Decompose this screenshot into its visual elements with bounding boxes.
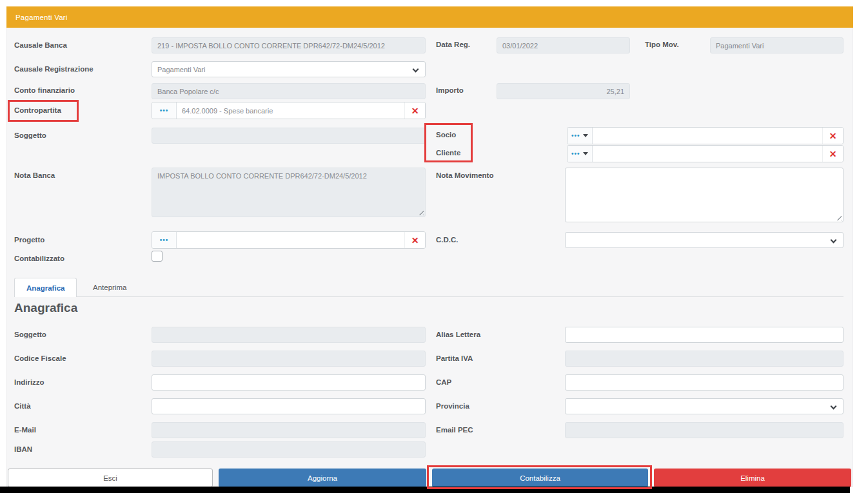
anagrafica-soggetto-label: Soggetto bbox=[14, 331, 46, 338]
cliente-lookup-button[interactable]: ••• bbox=[567, 146, 593, 162]
soggetto-label: Soggetto bbox=[14, 131, 46, 139]
email-field bbox=[152, 422, 426, 438]
cliente-label: Cliente bbox=[436, 149, 460, 157]
indirizzo-field[interactable] bbox=[152, 374, 426, 391]
tab-anteprima[interactable]: Anteprima bbox=[84, 278, 135, 297]
lookup-dots-icon: ••• bbox=[160, 237, 169, 244]
codice-fiscale-field bbox=[152, 351, 426, 367]
resize-handle-icon[interactable] bbox=[835, 214, 842, 220]
chevron-down-icon bbox=[831, 237, 837, 244]
nota-banca-text: IMPOSTA BOLLO CONTO CORRENTE DPR642/72-D… bbox=[157, 172, 367, 180]
lookup-dots-icon: ••• bbox=[571, 150, 580, 157]
nota-banca-label: Nota Banca bbox=[14, 171, 55, 179]
nota-movimento-textarea[interactable] bbox=[565, 168, 843, 222]
socio-label: Socio bbox=[436, 131, 456, 139]
cliente-input[interactable] bbox=[593, 146, 822, 162]
causale-registrazione-label: Causale Registrazione bbox=[14, 65, 94, 73]
aggiorna-button[interactable]: Aggiorna bbox=[219, 469, 426, 487]
cdc-label: C.D.C. bbox=[436, 236, 459, 244]
causale-registrazione-select[interactable]: Pagamenti Vari bbox=[152, 61, 426, 77]
citta-label: Città bbox=[14, 402, 31, 410]
progetto-input[interactable] bbox=[177, 232, 404, 248]
conto-finanziario-field bbox=[152, 83, 426, 99]
clear-x-icon: ✕ bbox=[411, 235, 419, 246]
contabilizzato-label: Contabilizzato bbox=[14, 255, 64, 262]
resize-handle-icon[interactable] bbox=[417, 209, 424, 215]
tab-anagrafica[interactable]: Anagrafica bbox=[14, 278, 77, 297]
window-titlebar: Pagamenti Vari bbox=[6, 6, 853, 28]
indirizzo-label: Indirizzo bbox=[14, 378, 44, 386]
tabs-divider bbox=[14, 296, 843, 297]
socio-lookup-button[interactable]: ••• bbox=[567, 128, 593, 144]
contropartita-label: Contropartita bbox=[14, 106, 61, 114]
contabilizza-button[interactable]: Contabilizza bbox=[432, 469, 648, 487]
alias-lettera-label: Alias Lettera bbox=[436, 331, 480, 338]
causale-registrazione-value: Pagamenti Vari bbox=[157, 66, 205, 73]
caret-down-icon bbox=[583, 152, 588, 155]
partita-iva-field bbox=[565, 351, 843, 367]
section-title: Anagrafica bbox=[14, 301, 77, 315]
chevron-down-icon bbox=[831, 403, 837, 410]
soggetto-field bbox=[152, 128, 426, 144]
conto-finanziario-label: Conto finanziario bbox=[14, 86, 75, 94]
caret-down-icon bbox=[583, 134, 588, 137]
importo-label: Importo bbox=[436, 86, 464, 94]
contropartita-input[interactable] bbox=[177, 102, 404, 119]
elimina-button[interactable]: Elimina bbox=[654, 469, 851, 487]
page-title: Pagamenti Vari bbox=[15, 14, 68, 21]
provincia-label: Provincia bbox=[436, 402, 469, 410]
clear-x-icon: ✕ bbox=[829, 131, 837, 141]
contropartita-group: ••• ✕ bbox=[152, 102, 426, 119]
progetto-clear-button[interactable]: ✕ bbox=[404, 232, 425, 248]
cdc-select[interactable] bbox=[565, 232, 843, 248]
lookup-dots-icon: ••• bbox=[160, 107, 169, 114]
clear-x-icon: ✕ bbox=[411, 106, 419, 116]
lookup-dots-icon: ••• bbox=[571, 132, 580, 139]
alias-lettera-field[interactable] bbox=[565, 327, 843, 343]
cliente-group: ••• ✕ bbox=[567, 145, 843, 162]
clear-x-icon: ✕ bbox=[829, 149, 837, 159]
importo-field bbox=[497, 83, 630, 99]
socio-input[interactable] bbox=[593, 128, 822, 144]
partita-iva-label: Partita IVA bbox=[436, 354, 473, 362]
esci-button[interactable]: Esci bbox=[8, 469, 213, 487]
cliente-clear-button[interactable]: ✕ bbox=[822, 146, 843, 162]
anagrafica-soggetto-field bbox=[152, 327, 426, 343]
progetto-label: Progetto bbox=[14, 236, 44, 244]
contropartita-clear-button[interactable]: ✕ bbox=[404, 102, 425, 119]
data-reg-label: Data Reg. bbox=[436, 41, 470, 48]
cap-label: CAP bbox=[436, 378, 451, 386]
causale-banca-field bbox=[152, 37, 426, 53]
email-pec-field bbox=[565, 422, 843, 438]
progetto-group: ••• ✕ bbox=[152, 231, 426, 249]
tipo-mov-field bbox=[710, 37, 843, 53]
codice-fiscale-label: Codice Fiscale bbox=[14, 354, 66, 362]
email-label: E-Mail bbox=[14, 426, 36, 434]
tipo-mov-label: Tipo Mov. bbox=[645, 41, 679, 48]
chevron-down-icon bbox=[413, 66, 419, 73]
data-reg-field bbox=[497, 37, 630, 53]
bottom-black-bar bbox=[0, 487, 850, 493]
tab-anteprima-label: Anteprima bbox=[93, 284, 126, 291]
provincia-select[interactable] bbox=[565, 398, 843, 414]
cap-field[interactable] bbox=[565, 374, 843, 391]
contropartita-lookup-button[interactable]: ••• bbox=[152, 102, 177, 119]
email-pec-label: Email PEC bbox=[436, 426, 473, 434]
contabilizzato-checkbox[interactable] bbox=[152, 251, 163, 262]
nota-movimento-label: Nota Movimento bbox=[436, 171, 493, 179]
socio-group: ••• ✕ bbox=[567, 127, 843, 144]
progetto-lookup-button[interactable]: ••• bbox=[152, 232, 177, 248]
pagamenti-vari-window: Pagamenti Vari Causale Banca Data Reg. T… bbox=[0, 0, 868, 493]
iban-label: IBAN bbox=[14, 445, 32, 453]
citta-field[interactable] bbox=[152, 398, 426, 414]
nota-banca-textarea: IMPOSTA BOLLO CONTO CORRENTE DPR642/72-D… bbox=[152, 168, 426, 217]
iban-field bbox=[152, 441, 426, 458]
socio-clear-button[interactable]: ✕ bbox=[822, 128, 843, 144]
tab-anagrafica-label: Anagrafica bbox=[26, 284, 64, 292]
causale-banca-label: Causale Banca bbox=[14, 41, 67, 49]
